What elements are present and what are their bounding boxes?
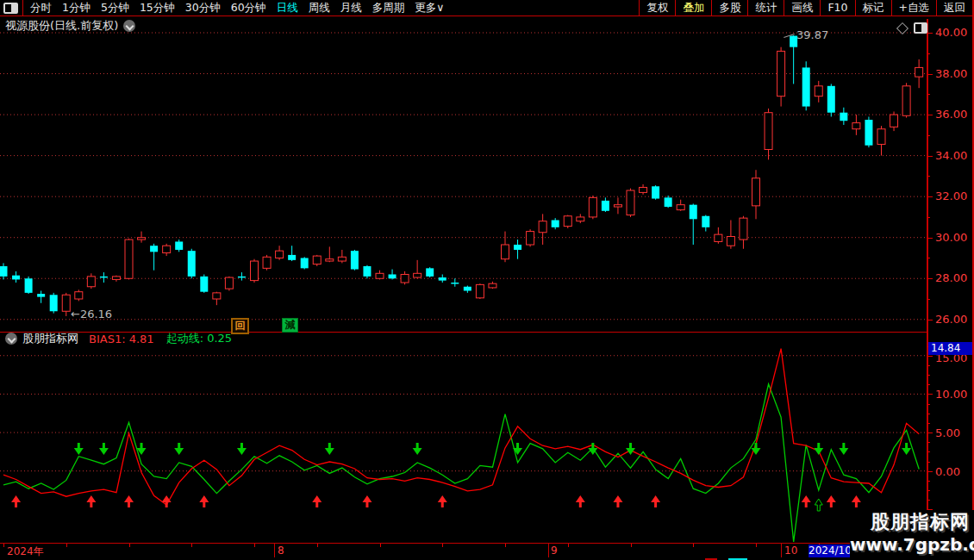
menu-item-9[interactable]: 多周期 [367, 0, 410, 16]
menu-item-1[interactable]: 1分钟 [57, 0, 96, 16]
candle-body [577, 217, 584, 221]
price-axis-tick [927, 299, 930, 300]
reduce-sticker: 減 [282, 318, 298, 333]
menu-item-0[interactable]: 分时 [25, 0, 57, 16]
signal-arrow-up [11, 495, 21, 507]
candle-body [815, 86, 822, 96]
date-label-0: 2024年 [7, 544, 44, 559]
candle-body [840, 113, 847, 121]
signal-arrow-up [199, 495, 209, 507]
candle-body [75, 292, 83, 299]
candle-body [225, 277, 233, 289]
right-axis-line [927, 19, 928, 557]
indicator-axis-tick [927, 365, 930, 366]
toolbar-item-7[interactable]: +自选 [891, 0, 936, 16]
candle-body [451, 283, 459, 284]
price-axis-label: 30.00 [935, 231, 973, 244]
date-tick [442, 544, 443, 547]
menu-item-2[interactable]: 5分钟 [96, 0, 134, 16]
price-axis-tick [927, 176, 930, 177]
candle-body [414, 273, 421, 277]
candle-body [539, 221, 546, 233]
menu-item-5[interactable]: 60分钟 [226, 0, 272, 16]
toolbar-item-1[interactable]: 叠加 [675, 0, 711, 16]
candle-body [62, 295, 70, 311]
date-tick [505, 544, 506, 547]
price-axis-tick [927, 196, 933, 197]
indicator-current-value-box: 14.84 [928, 342, 972, 355]
chart-title-bar: 视源股份(日线.前复权) [5, 18, 135, 34]
toolbar-item-6[interactable]: 标记 [855, 0, 891, 16]
candle-body [263, 257, 271, 268]
menu-item-4[interactable]: 30分钟 [180, 0, 226, 16]
candle-body [665, 197, 672, 207]
price-chart[interactable] [0, 19, 927, 332]
candle-body [389, 274, 396, 278]
signal-arrow-down [413, 443, 422, 455]
candle-body [514, 245, 521, 250]
menu-item-8[interactable]: 月线 [335, 0, 367, 16]
menu-divider [22, 0, 23, 16]
candle-body [338, 257, 346, 261]
signal-arrow-up [86, 495, 96, 507]
signal-arrow-down [237, 443, 247, 455]
price-axis-tick [927, 258, 930, 258]
price-axis-label: 34.00 [935, 149, 973, 162]
candle-body [125, 240, 133, 278]
date-tick [693, 544, 694, 547]
split-window-icon[interactable] [914, 22, 927, 34]
indicator-chart[interactable] [0, 345, 927, 543]
price-axis-label: 32.00 [935, 190, 973, 202]
bias1-value-label: BIAS1: 4.81 [89, 333, 154, 345]
candle-body [865, 120, 872, 146]
indicator-axis-tick [927, 375, 930, 376]
signal-arrow-down [325, 443, 334, 455]
signal-arrow-up [312, 495, 322, 507]
signal-arrow-up [162, 495, 172, 507]
price-axis-tick [927, 156, 933, 157]
watermark: 股朋指标网 www.7gpzb.com [850, 510, 974, 560]
toolbar-item-0[interactable]: 复权 [639, 0, 675, 16]
candle-body [200, 277, 208, 292]
date-tick [568, 544, 569, 547]
toolbar-item-4[interactable]: 画线 [784, 0, 820, 16]
menu-item-6[interactable]: 日线 [272, 0, 303, 16]
indicator-axis-tick [927, 471, 933, 472]
indicator-axis-tick [927, 394, 933, 395]
menu-item-10[interactable]: 更多∨ [409, 0, 449, 16]
candle-body [188, 251, 196, 277]
diamond-icon[interactable] [896, 22, 908, 34]
toolbar-item-3[interactable]: 统计 [747, 0, 784, 16]
chevron-down-icon[interactable] [123, 20, 135, 32]
high-annotation: 39.87 [796, 28, 828, 41]
qidong-value-label: 起动线: 0.25 [166, 331, 232, 346]
candle-body [25, 278, 33, 293]
menu-item-7[interactable]: 周线 [303, 0, 335, 16]
price-axis-label: 38.00 [935, 67, 973, 80]
candle-body [326, 259, 334, 261]
toolbar-item-8[interactable]: 返回 [936, 0, 973, 16]
menu-item-3[interactable]: 15分钟 [134, 0, 180, 16]
candle-body [589, 197, 596, 217]
candle-body [50, 295, 58, 311]
candle-body [489, 283, 496, 288]
date-tick [317, 544, 318, 547]
date-tick [129, 544, 130, 547]
candle-body [827, 86, 835, 113]
date-divider [781, 544, 782, 557]
candle-body [602, 201, 609, 211]
signal-arrow-up-hollow [815, 499, 822, 511]
price-axis-tick [927, 74, 933, 75]
signal-arrow-up [802, 495, 811, 507]
candle-body [677, 205, 684, 210]
window-layout-icon[interactable] [3, 3, 18, 14]
signal-arrow-up [438, 495, 447, 507]
indicator-axis-tick [927, 414, 930, 414]
toolbar-item-2[interactable]: 多股 [711, 0, 747, 16]
chevron-down-icon[interactable] [5, 333, 17, 345]
toolbar-menu: 复权叠加多股统计画线F10标记+自选返回 [639, 0, 973, 16]
candle-body [175, 241, 183, 250]
toolbar-item-5[interactable]: F10 [820, 0, 854, 16]
signal-arrow-up [852, 495, 861, 507]
signal-arrow-down [839, 443, 848, 455]
